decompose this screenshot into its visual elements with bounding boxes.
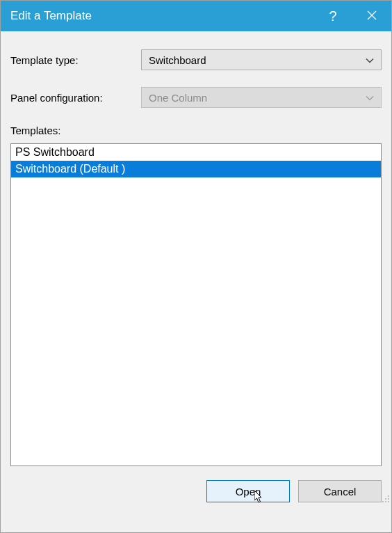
svg-point-5: [388, 501, 389, 502]
open-button-label: Open: [236, 486, 261, 498]
window-title: Edit a Template: [10, 9, 313, 23]
button-row: Open Cancel: [1, 466, 391, 502]
close-button[interactable]: [352, 1, 391, 31]
panel-config-dropdown: One Column: [141, 87, 382, 108]
help-button[interactable]: ?: [313, 1, 352, 31]
svg-point-4: [385, 501, 386, 502]
cancel-button-label: Cancel: [324, 486, 357, 498]
template-type-value: Switchboard: [149, 54, 206, 66]
resize-grip-icon[interactable]: [380, 493, 390, 505]
panel-config-value: One Column: [149, 92, 207, 104]
template-type-label: Template type:: [10, 54, 141, 66]
dialog-content: Template type: Switchboard Panel configu…: [1, 31, 391, 466]
svg-point-0: [388, 495, 389, 497]
close-icon: [367, 9, 377, 24]
help-icon: ?: [329, 8, 336, 24]
template-type-dropdown[interactable]: Switchboard: [141, 49, 382, 70]
list-item[interactable]: PS Switchboard: [11, 144, 381, 161]
template-type-row: Template type: Switchboard: [10, 49, 382, 70]
cancel-button[interactable]: Cancel: [298, 480, 382, 502]
titlebar: Edit a Template ?: [1, 1, 391, 31]
open-button[interactable]: Open: [206, 480, 290, 502]
chevron-down-icon: [366, 54, 374, 66]
list-item[interactable]: Switchboard (Default ): [11, 161, 381, 177]
svg-point-3: [382, 501, 384, 502]
svg-point-1: [385, 498, 386, 500]
panel-config-label: Panel configuration:: [10, 92, 141, 104]
templates-listbox[interactable]: PS Switchboard Switchboard (Default ): [10, 143, 382, 466]
chevron-down-icon: [366, 92, 374, 104]
panel-config-row: Panel configuration: One Column: [10, 87, 382, 108]
templates-label: Templates:: [10, 125, 382, 136]
svg-point-2: [388, 498, 389, 500]
